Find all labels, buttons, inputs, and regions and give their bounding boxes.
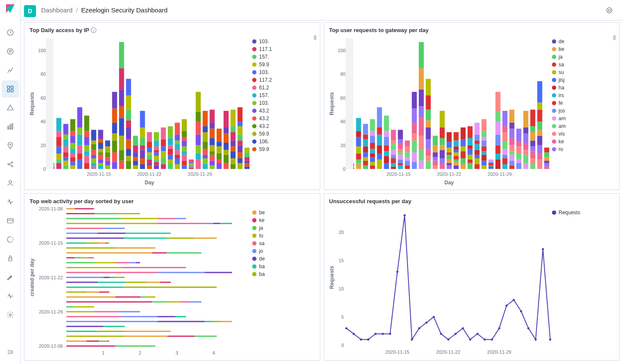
- svg-rect-427: [509, 166, 514, 169]
- breadcrumb-root[interactable]: Dashboard: [41, 6, 72, 14]
- svg-rect-206: [210, 129, 215, 138]
- nav-security[interactable]: [2, 175, 19, 192]
- svg-rect-536: [125, 281, 146, 283]
- svg-rect-299: [390, 166, 396, 169]
- legend-item[interactable]: am: [552, 115, 616, 122]
- legend-item[interactable]: ke: [552, 138, 616, 145]
- legend-label: ro: [559, 146, 563, 152]
- legend-item[interactable]: 106.: [252, 138, 316, 145]
- legend-item[interactable]: 61.2: [252, 84, 316, 92]
- svg-rect-326: [411, 123, 417, 133]
- newsfeed-button[interactable]: [602, 3, 616, 17]
- legend-item[interactable]: 117.2: [252, 76, 316, 84]
- legend-label: de: [559, 38, 564, 44]
- nav-maps[interactable]: [2, 137, 19, 154]
- svg-rect-426: [502, 111, 507, 126]
- legend-item[interactable]: Requests: [552, 209, 616, 216]
- legend-item[interactable]: su: [552, 68, 616, 76]
- nav-siem[interactable]: [2, 250, 19, 267]
- chart-p1[interactable]: 0204060801002020-11-152020-11-222020-11-…: [28, 35, 252, 186]
- svg-rect-75: [91, 155, 96, 158]
- svg-rect-101: [112, 92, 117, 109]
- legend-item[interactable]: ba: [252, 270, 316, 278]
- svg-rect-288: [377, 145, 382, 154]
- legend-item[interactable]: be: [552, 45, 616, 53]
- legend-label: be: [559, 46, 564, 52]
- nav-dashboard[interactable]: [2, 80, 19, 98]
- legend-item[interactable]: sa: [552, 61, 616, 68]
- svg-rect-413: [495, 154, 501, 160]
- panel-title-text: Top web activity per day sorted by user: [30, 198, 134, 204]
- legend-item[interactable]: 59.9: [252, 130, 316, 138]
- nav-visualize[interactable]: [2, 62, 19, 79]
- nav-logs[interactable]: [2, 212, 19, 229]
- info-icon[interactable]: i: [91, 27, 96, 33]
- legend-item[interactable]: ro: [552, 145, 616, 153]
- svg-rect-113: [126, 139, 131, 149]
- svg-rect-460: [537, 136, 542, 145]
- legend-item[interactable]: 59.9: [252, 145, 316, 153]
- nav-devtools[interactable]: [2, 269, 19, 286]
- space-selector[interactable]: D: [24, 5, 36, 17]
- legend-item[interactable]: jos: [552, 107, 616, 115]
- svg-rect-538: [160, 281, 170, 283]
- legend-item[interactable]: am: [552, 122, 616, 130]
- legend-item[interactable]: de: [252, 255, 316, 263]
- legend-item[interactable]: fe: [552, 99, 616, 107]
- svg-rect-368: [453, 162, 459, 165]
- legend-item[interactable]: 43.2: [252, 115, 316, 122]
- legend-item[interactable]: sa: [252, 240, 316, 247]
- nav-apm[interactable]: [2, 193, 19, 210]
- svg-rect-67: [84, 151, 89, 156]
- legend-item[interactable]: ha: [552, 84, 616, 92]
- legend-item[interactable]: 157.: [252, 92, 316, 99]
- legend-item[interactable]: jisj: [552, 76, 616, 84]
- legend-item[interactable]: 103.: [252, 38, 316, 45]
- svg-rect-557: [116, 311, 140, 312]
- svg-rect-47: [63, 139, 69, 147]
- legend-item[interactable]: 43.2: [252, 122, 316, 130]
- legend-item[interactable]: ke: [252, 216, 316, 224]
- nav-uptime[interactable]: [2, 231, 19, 248]
- svg-rect-324: [411, 140, 417, 152]
- svg-rect-388: [467, 126, 472, 138]
- legend-item[interactable]: 157.: [252, 53, 316, 61]
- legend-item[interactable]: irs: [552, 92, 616, 99]
- chart-p3[interactable]: 2020-11-082020-11-152020-11-222020-11-29…: [28, 206, 252, 357]
- svg-rect-331: [419, 136, 424, 150]
- legend-item[interactable]: 43.2: [252, 107, 316, 115]
- svg-rect-355: [439, 145, 444, 150]
- legend-item[interactable]: 103.: [252, 68, 316, 76]
- svg-rect-244: [244, 148, 250, 152]
- nav-recent[interactable]: [2, 24, 19, 41]
- svg-rect-197: [203, 132, 208, 142]
- chart-p4[interactable]: 051015202020-11-152020-11-222020-11-29Re…: [328, 206, 552, 357]
- legend-item[interactable]: 103.: [252, 99, 316, 107]
- nav-management[interactable]: [2, 306, 19, 323]
- nav-discover[interactable]: [2, 43, 19, 60]
- legend-item[interactable]: ja: [552, 53, 616, 61]
- legend-label: 43.2: [259, 108, 269, 114]
- chart-p2[interactable]: 0204060801002020-11-152020-11-222020-11-…: [328, 35, 552, 186]
- legend-item[interactable]: to: [252, 232, 316, 240]
- legend-item[interactable]: de: [552, 38, 616, 45]
- nav-ml[interactable]: [2, 156, 19, 173]
- legend-scrollbar[interactable]: [613, 35, 616, 40]
- nav-canvas[interactable]: [2, 99, 19, 116]
- legend-item[interactable]: jo: [252, 247, 316, 255]
- svg-rect-153: [161, 139, 166, 147]
- svg-rect-493: [158, 222, 205, 224]
- legend-item[interactable]: 117.1: [252, 45, 316, 53]
- svg-text:Day: Day: [145, 180, 154, 186]
- nav-collapse[interactable]: [2, 343, 19, 361]
- svg-rect-293: [384, 156, 389, 163]
- legend-scrollbar[interactable]: [314, 35, 316, 40]
- legend-item[interactable]: 59.9: [252, 61, 316, 68]
- nav-metrics[interactable]: [2, 118, 19, 135]
- nav-monitor[interactable]: [2, 287, 19, 305]
- legend-item[interactable]: ba: [252, 263, 316, 270]
- legend-item[interactable]: vis: [552, 130, 616, 138]
- svg-rect-175: [182, 140, 187, 146]
- legend-item[interactable]: ja: [252, 224, 316, 232]
- legend-item[interactable]: be: [252, 209, 316, 216]
